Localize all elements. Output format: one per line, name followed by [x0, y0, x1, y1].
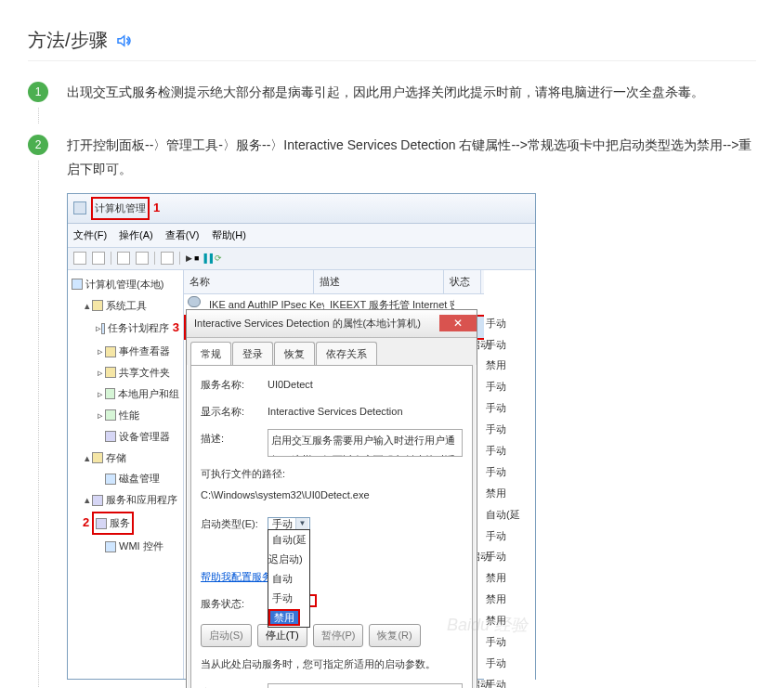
refresh-icon[interactable]	[136, 252, 149, 265]
tab-logon[interactable]: 登录	[232, 342, 273, 366]
start-button[interactable]: 启动(S)	[201, 624, 252, 647]
menu-file[interactable]: 文件(F)	[73, 229, 107, 240]
overflow-row: 已启动手动	[484, 546, 535, 567]
dialog-title: Interactive Services Detection 的属性(本地计算机…	[194, 314, 421, 333]
annotation-3: 3	[173, 317, 179, 340]
svc-name-label: 服务名称:	[201, 375, 268, 395]
tab-deps[interactable]: 依存关系	[316, 342, 377, 366]
tree-svcapp[interactable]: 服务和应用程序	[106, 490, 177, 510]
tree-panel: 计算机管理(本地) ▴系统工具 ▹任务计划程序 3 ▹事件查看器 ▹共享文件夹 …	[68, 270, 184, 679]
desc-label: 描述:	[201, 429, 268, 448]
app-icon	[73, 201, 86, 214]
tools-icon	[92, 300, 103, 311]
pause-icon[interactable]: ▐▐	[201, 251, 213, 266]
annotation-2: 2	[83, 512, 92, 535]
tree-services[interactable]: 服务	[110, 513, 130, 533]
svc-name-value: UI0Detect	[268, 375, 463, 395]
overflow-row: 禁用	[484, 355, 535, 376]
perf-icon	[105, 409, 116, 421]
overflow-row: 手动	[484, 440, 535, 461]
overflow-row: 手动	[484, 376, 535, 397]
overflow-row: 已启动手动	[484, 334, 535, 356]
toolbar: ▶ ■ ▐▐ ⟳	[68, 248, 535, 270]
tree-root[interactable]: 计算机管理(本地)	[85, 275, 163, 294]
window-title: 计算机管理	[95, 202, 146, 214]
window-titlebar: 计算机管理 1	[68, 194, 535, 224]
tree-disk[interactable]: 磁盘管理	[119, 469, 160, 488]
tree-perf[interactable]: 性能	[119, 406, 139, 425]
computer-icon	[72, 279, 83, 290]
sound-icon[interactable]	[115, 32, 132, 49]
tree-task[interactable]: 任务计划程序	[108, 318, 169, 338]
wmi-icon	[105, 541, 116, 552]
menu-view[interactable]: 查看(V)	[165, 229, 200, 240]
tree-sys[interactable]: 系统工具	[106, 296, 147, 316]
tree-shared[interactable]: 共享文件夹	[119, 363, 170, 383]
svcapp-icon	[92, 495, 103, 506]
shared-icon	[105, 367, 116, 378]
startup-type-select[interactable]: 手动▼ 自动(延迟启动) 自动 手动 禁用	[268, 517, 310, 530]
option-disabled[interactable]: 禁用	[268, 609, 300, 626]
tree-users[interactable]: 本地用户和组	[118, 384, 179, 404]
tree-storage[interactable]: 存储	[106, 448, 126, 468]
overflow-row: 禁用	[484, 589, 535, 610]
startup-label: 启动类型(E):	[201, 514, 268, 534]
tab-general[interactable]: 常规	[190, 342, 231, 366]
step-text-1: 出现交互式服务检测提示绝大部分都是病毒引起，因此用户选择关闭此提示时前，请将电脑…	[67, 80, 756, 105]
annotation-1: 1	[153, 197, 160, 220]
back-icon[interactable]	[73, 252, 86, 265]
overflow-row: 手动	[484, 526, 535, 547]
services-icon	[96, 518, 107, 529]
disp-name-value: Interactive Services Detection	[268, 402, 463, 422]
resume-button[interactable]: 恢复(R)	[369, 624, 420, 647]
overflow-row: 手动	[484, 461, 535, 483]
restart-icon[interactable]: ⟳	[215, 251, 222, 266]
overflow-row: 手动	[484, 631, 535, 653]
tree-devmgr[interactable]: 设备管理器	[119, 427, 170, 447]
service-list-header: 名称 描述 状态 启动类	[184, 270, 535, 294]
option-auto[interactable]: 自动	[268, 572, 296, 585]
disp-name-label: 显示名称:	[201, 402, 268, 422]
menu-action[interactable]: 操作(A)	[119, 229, 153, 240]
exe-label: 可执行文件的路径:	[201, 464, 463, 484]
col-name[interactable]: 名称	[184, 270, 314, 293]
devmgr-icon	[105, 431, 116, 442]
param-input[interactable]	[268, 683, 463, 688]
disk-icon	[105, 474, 116, 485]
status-label: 服务状态:	[201, 594, 268, 614]
play-icon[interactable]: ▶	[186, 251, 192, 266]
storage-icon	[92, 452, 103, 463]
overflow-row: 已启动手动	[484, 674, 535, 688]
option-manual[interactable]: 手动	[268, 591, 296, 604]
section-title: 方法/步骤	[28, 28, 108, 53]
pause-button[interactable]: 暂停(P)	[313, 624, 364, 647]
hint-text: 当从此处启动服务时，您可指定所适用的启动参数。	[201, 655, 463, 674]
users-icon	[105, 388, 116, 399]
overflow-row: 手动	[484, 419, 535, 440]
step-text-2: 打开控制面板--〉管理工具-〉服务--〉Interactive Services…	[67, 133, 756, 182]
step-number-1: 1	[28, 82, 48, 102]
col-status[interactable]: 状态	[444, 270, 481, 293]
service-icon	[188, 296, 201, 307]
right-column-overflow: 手动已启动手动禁用手动手动手动手动手动禁用自动(延手动已启动手动禁用禁用禁用手动…	[484, 270, 535, 688]
desc-value: 启用交互服务需要用户输入时进行用户通知，这样，便可以在交互服务创建的对话框出现时	[268, 429, 463, 457]
screenshot: 计算机管理 1 文件(F) 操作(A) 查看(V) 帮助(H)	[67, 193, 756, 680]
overflow-row: 禁用	[484, 610, 535, 631]
close-icon[interactable]: ✕	[439, 315, 477, 331]
forward-icon[interactable]	[92, 252, 105, 265]
overflow-row: 禁用	[484, 567, 535, 589]
menu-help[interactable]: 帮助(H)	[212, 229, 246, 240]
tree-event[interactable]: 事件查看器	[119, 342, 170, 361]
event-icon	[105, 346, 116, 357]
col-desc[interactable]: 描述	[314, 270, 444, 293]
help-icon[interactable]	[161, 252, 174, 265]
stop-icon[interactable]: ■	[194, 251, 199, 266]
overflow-row: 手动	[484, 653, 535, 674]
chevron-down-icon: ▼	[295, 518, 308, 529]
tab-recovery[interactable]: 恢复	[274, 342, 315, 366]
option-auto-delayed[interactable]: 自动(延迟启动)	[268, 533, 307, 565]
folder-icon[interactable]	[117, 252, 130, 265]
step-number-2: 2	[28, 135, 48, 155]
tree-wmi[interactable]: WMI 控件	[119, 537, 163, 556]
param-label: 启动参数(M):	[201, 683, 268, 688]
